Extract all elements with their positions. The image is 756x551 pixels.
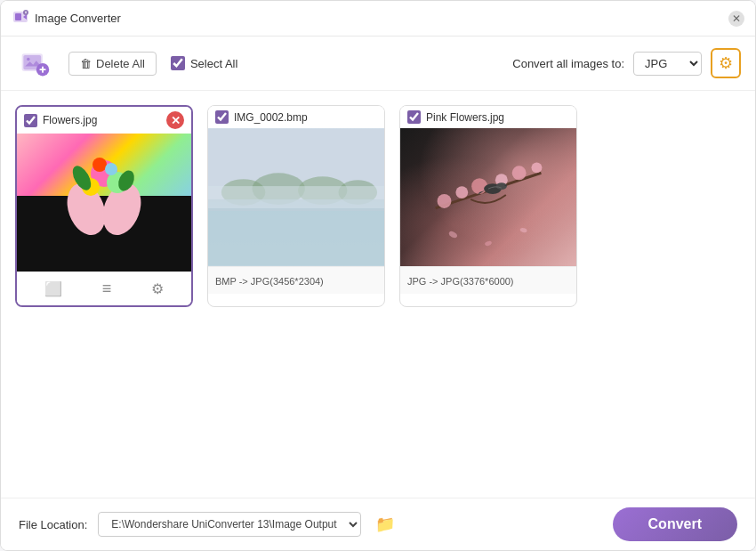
- delete-all-button[interactable]: 🗑 Delete All: [68, 52, 157, 76]
- svg-point-25: [471, 178, 487, 194]
- card-image-bmp: [208, 128, 384, 266]
- card-title-bmp: IMG_0002.bmp: [234, 111, 377, 124]
- toolbar: 🗑 Delete All Select All Convert all imag…: [1, 36, 755, 91]
- title-bar: Image Converter ✕: [1, 1, 755, 36]
- toolbar-right: Convert all images to: JPG PNG BMP TIFF …: [512, 48, 741, 78]
- svg-point-27: [512, 166, 527, 180]
- card-delete-flowers[interactable]: ✕: [166, 111, 184, 129]
- select-all-area[interactable]: Select All: [171, 56, 237, 70]
- card-checkbox-pink[interactable]: [407, 110, 421, 124]
- settings-button[interactable]: ⚙: [711, 48, 741, 78]
- svg-point-13: [105, 163, 117, 175]
- image-card-pink: Pink Flowers.jpg: [399, 105, 577, 307]
- card-header-flowers: Flowers.jpg ✕: [17, 107, 191, 134]
- folder-icon: 📁: [375, 515, 395, 534]
- card-image-flowers: [17, 134, 191, 271]
- svg-point-5: [27, 58, 30, 61]
- convert-button[interactable]: Convert: [613, 507, 737, 541]
- delete-all-label: Delete All: [96, 57, 145, 70]
- open-folder-button[interactable]: 📁: [372, 511, 398, 538]
- card-header-pink: Pink Flowers.jpg: [400, 106, 576, 128]
- card-conversion-bmp: BMP -> JPG(3456*2304): [215, 276, 324, 287]
- card-image-pink: [400, 128, 576, 266]
- file-location-label: File Location:: [19, 518, 87, 531]
- svg-point-30: [484, 240, 492, 247]
- images-grid: Flowers.jpg ✕: [15, 105, 741, 307]
- svg-point-24: [455, 186, 468, 199]
- svg-point-12: [92, 158, 107, 172]
- svg-rect-22: [208, 186, 384, 208]
- card-info-bmp: BMP -> JPG(3456*2304): [208, 266, 384, 294]
- select-all-label: Select All: [190, 57, 237, 70]
- image-card-flowers: Flowers.jpg ✕: [15, 105, 193, 307]
- card-header-bmp: IMG_0002.bmp: [208, 106, 384, 128]
- gear-icon: ⚙: [719, 53, 733, 73]
- svg-point-31: [519, 227, 527, 233]
- close-button[interactable]: ✕: [728, 11, 744, 27]
- settings-action[interactable]: ⚙: [146, 279, 169, 299]
- card-checkbox-flowers[interactable]: [24, 114, 37, 127]
- card-footer-flowers: ⬜ ≡ ⚙: [17, 271, 191, 305]
- card-title-pink: Pink Flowers.jpg: [426, 111, 569, 124]
- svg-point-33: [496, 182, 507, 190]
- window-title: Image Converter: [35, 12, 121, 25]
- footer: File Location: E:\Wondershare UniConvert…: [1, 498, 755, 550]
- add-image-button[interactable]: [15, 44, 54, 83]
- card-conversion-pink: JPG -> JPG(3376*6000): [407, 276, 514, 287]
- adjust-action[interactable]: ≡: [97, 278, 117, 300]
- svg-rect-21: [208, 199, 384, 265]
- select-all-checkbox[interactable]: [171, 56, 185, 70]
- svg-point-29: [448, 231, 459, 239]
- image-card-bmp: IMG_0002.bmp: [207, 105, 385, 307]
- svg-point-28: [532, 162, 543, 173]
- main-content: Flowers.jpg ✕: [1, 91, 755, 498]
- convert-all-label: Convert all images to:: [512, 57, 624, 70]
- crop-action[interactable]: ⬜: [39, 279, 68, 299]
- app-window: Image Converter ✕ 🗑 Delete All Select Al…: [0, 0, 756, 551]
- trash-icon: 🗑: [80, 57, 92, 70]
- format-select[interactable]: JPG PNG BMP TIFF WEBP GIF: [633, 52, 702, 76]
- app-icon: [12, 8, 29, 28]
- file-path-select[interactable]: E:\Wondershare UniConverter 13\Image Out…: [98, 512, 361, 537]
- title-bar-left: Image Converter: [12, 8, 121, 28]
- svg-point-23: [438, 194, 452, 208]
- card-title-flowers: Flowers.jpg: [43, 114, 161, 126]
- svg-rect-1: [15, 13, 21, 20]
- card-info-pink: JPG -> JPG(3376*6000): [400, 266, 576, 294]
- card-checkbox-bmp[interactable]: [215, 110, 229, 124]
